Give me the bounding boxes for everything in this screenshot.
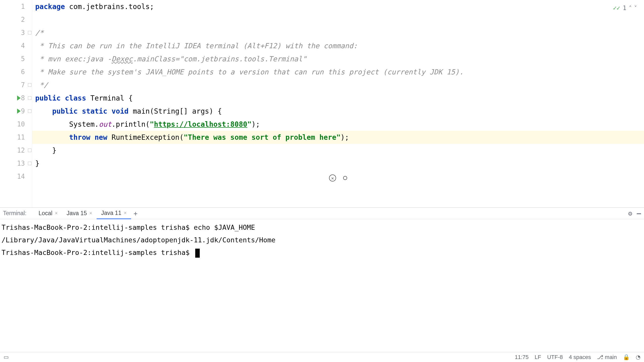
gutter-line[interactable]: 3: [0, 26, 32, 39]
code-line[interactable]: }: [32, 157, 644, 170]
add-terminal-tab-button[interactable]: +: [134, 210, 138, 217]
code-line[interactable]: System.out.println("https://localhost:80…: [32, 118, 644, 131]
line-number: 8: [21, 94, 25, 102]
close-tab-icon[interactable]: ×: [55, 211, 58, 216]
editor-area: 1234567891011121314 ✓✓ 1 ˄ ˅ package com…: [0, 0, 644, 207]
tool-window-icon[interactable]: ▭: [4, 354, 9, 360]
terminal-body[interactable]: Trishas-MacBook-Pro-2:intellij-samples t…: [0, 219, 644, 352]
gutter-line[interactable]: 12: [0, 144, 32, 157]
terminal-label: Terminal:: [3, 210, 26, 217]
editor-gutter: 1234567891011121314: [0, 0, 32, 207]
close-tab-icon[interactable]: ×: [124, 210, 127, 216]
line-number: 2: [21, 16, 25, 23]
code-line[interactable]: public class Terminal {: [32, 92, 644, 105]
editor-code[interactable]: ✓✓ 1 ˄ ˅ package com.jetbrains.tools;/* …: [32, 0, 644, 207]
terminal-tab-label: Java 11: [101, 210, 122, 216]
terminal-tab[interactable]: Java 11×: [97, 208, 131, 219]
line-number: 6: [21, 68, 25, 76]
ide-root: 1234567891011121314 ✓✓ 1 ˄ ˅ package com…: [0, 0, 644, 362]
fold-indicator[interactable]: [28, 162, 31, 165]
line-number: 13: [17, 160, 25, 167]
gutter-line[interactable]: 9: [0, 105, 32, 118]
line-number: 1: [21, 3, 25, 10]
line-number: 4: [21, 42, 25, 50]
gutter-line[interactable]: 2: [0, 13, 32, 26]
close-hint-icon[interactable]: ✕: [329, 174, 336, 182]
gutter-line[interactable]: 13: [0, 157, 32, 170]
gutter-line[interactable]: 4: [0, 39, 32, 52]
terminal-tab-label: Java 15: [67, 210, 87, 217]
line-number: 11: [17, 133, 25, 141]
code-line[interactable]: [32, 13, 644, 26]
terminal-panel: Terminal: Local×Java 15×Java 11× + ⚙ — T…: [0, 207, 644, 352]
line-number: 5: [21, 55, 25, 63]
circle-icon[interactable]: [343, 176, 347, 180]
floating-controls: ✕: [329, 174, 347, 182]
fold-indicator[interactable]: [28, 149, 31, 152]
gutter-line[interactable]: 7: [0, 78, 32, 92]
code-line[interactable]: public static void main(String[] args) {: [32, 105, 644, 118]
terminal-line: /Library/Java/JavaVirtualMachines/adopto…: [2, 234, 642, 246]
terminal-tab-bar: Terminal: Local×Java 15×Java 11× + ⚙ —: [0, 208, 644, 219]
terminal-line: Trishas-MacBook-Pro-2:intellij-samples t…: [2, 246, 642, 259]
run-gutter-icon[interactable]: [17, 109, 21, 114]
fold-indicator[interactable]: [28, 96, 31, 100]
gutter-line[interactable]: 5: [0, 52, 32, 65]
inspection-count: 1: [623, 5, 626, 12]
terminal-tab[interactable]: Local×: [34, 208, 62, 219]
run-gutter-icon[interactable]: [17, 96, 21, 101]
fold-indicator[interactable]: [28, 31, 31, 34]
check-icon: ✓✓: [613, 5, 620, 12]
fold-indicator[interactable]: [28, 83, 31, 87]
code-line[interactable]: * Make sure the system's JAVA_HOME point…: [32, 65, 644, 78]
line-number: 10: [17, 120, 25, 128]
gear-icon[interactable]: ⚙: [628, 210, 632, 217]
line-number: 12: [17, 147, 25, 154]
code-line[interactable]: /*: [32, 26, 644, 39]
line-number: 9: [21, 107, 25, 115]
encoding[interactable]: UTF-8: [547, 354, 563, 360]
close-tab-icon[interactable]: ×: [89, 211, 92, 216]
hide-panel-icon[interactable]: —: [637, 209, 641, 217]
terminal-tab[interactable]: Java 15×: [62, 208, 97, 219]
fold-indicator[interactable]: [28, 109, 31, 113]
gutter-line[interactable]: 10: [0, 118, 32, 131]
code-line[interactable]: * This can be run in the IntelliJ IDEA t…: [32, 39, 644, 52]
branch-icon: ⎇: [597, 354, 603, 360]
gutter-line[interactable]: 11: [0, 131, 32, 144]
line-separator[interactable]: LF: [535, 354, 541, 360]
code-line[interactable]: * mvn exec:java -Dexec.mainClass="com.je…: [32, 52, 644, 65]
status-bar: ▭ 11:75 LF UTF-8 4 spaces ⎇ main 🔒 ◔: [0, 352, 644, 362]
terminal-cursor: [195, 249, 200, 258]
terminal-tab-label: Local: [38, 210, 52, 217]
gutter-line[interactable]: 8: [0, 92, 32, 105]
gutter-line[interactable]: 6: [0, 65, 32, 78]
code-line[interactable]: throw new RuntimeException("There was so…: [32, 131, 644, 144]
line-number: 3: [21, 29, 25, 36]
chevron-up-icon[interactable]: ˄: [629, 5, 632, 11]
code-line[interactable]: */: [32, 78, 644, 92]
indent[interactable]: 4 spaces: [569, 354, 591, 360]
code-line[interactable]: }: [32, 144, 644, 157]
terminal-line: Trishas-MacBook-Pro-2:intellij-samples t…: [2, 221, 642, 234]
hector-icon[interactable]: ◔: [636, 354, 640, 360]
chevron-down-icon[interactable]: ˅: [634, 5, 637, 11]
line-number: 14: [17, 173, 25, 180]
inspection-widget[interactable]: ✓✓ 1 ˄ ˅: [613, 5, 637, 12]
lock-icon[interactable]: 🔒: [623, 354, 630, 360]
gutter-line[interactable]: 14: [0, 170, 32, 183]
gutter-line[interactable]: 1: [0, 0, 32, 13]
line-number: 7: [21, 81, 25, 89]
code-line[interactable]: package com.jetbrains.tools;: [32, 0, 644, 13]
git-branch[interactable]: ⎇ main: [597, 354, 617, 360]
cursor-position[interactable]: 11:75: [515, 354, 529, 360]
